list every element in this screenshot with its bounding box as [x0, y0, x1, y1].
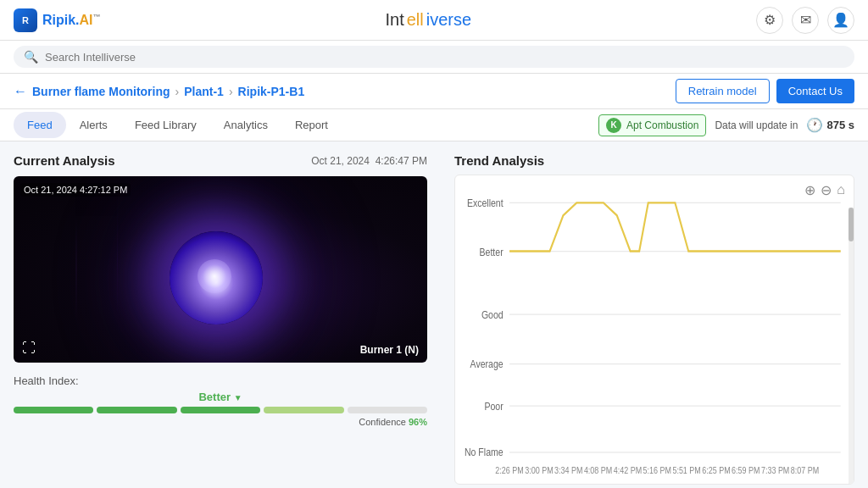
left-panel: Current Analysis Oct 21, 2024 4:26:47 PM… [0, 141, 441, 488]
tab-feed-library[interactable]: Feed Library [121, 112, 210, 138]
apt-k-icon: K [606, 118, 621, 133]
tab-analytics[interactable]: Analytics [210, 112, 281, 138]
tabs: Feed Alerts Feed Library Analytics Repor… [14, 112, 342, 138]
svg-text:Better: Better [480, 247, 504, 258]
center-logo-iverse: iverse [426, 10, 471, 30]
zoom-in-icon[interactable]: ⊕ [804, 182, 815, 198]
confidence-value: 96% [409, 417, 427, 427]
svg-text:8:07 PM: 8:07 PM [791, 465, 819, 475]
health-label: Health Index: [14, 374, 427, 387]
scrollbar-thumb[interactable] [849, 208, 854, 241]
current-analysis-datetime: Oct 21, 2024 4:26:47 PM [311, 155, 427, 167]
expand-icon[interactable]: ⛶ [22, 341, 36, 356]
svg-text:Average: Average [470, 359, 504, 370]
logo-icon: R [14, 8, 37, 32]
breadcrumb-bar: ← Burner flame Monitoring › Plant-1 › Ri… [0, 74, 868, 109]
breadcrumb-section: Burner flame Monitoring [32, 85, 170, 98]
apt-badge: K Apt Combustion [598, 114, 706, 136]
contact-us-button[interactable]: Contact Us [776, 79, 854, 103]
confidence-text: Confidence 96% [14, 417, 427, 427]
search-icon: 🔍 [24, 50, 38, 64]
back-arrow-icon[interactable]: ← [14, 84, 27, 99]
mail-icon: ✉ [800, 12, 811, 28]
health-bar-2 [97, 407, 176, 413]
tab-report[interactable]: Report [281, 112, 342, 138]
breadcrumb-plant: Plant-1 [184, 85, 224, 98]
right-panel: Trend Analysis ⊕ ⊖ ⌂ Excellent Better Go… [441, 141, 868, 488]
search-input[interactable] [45, 51, 844, 64]
svg-text:Good: Good [481, 309, 504, 320]
center-logo-int: Int [385, 10, 403, 30]
health-bar-5 [348, 407, 427, 413]
svg-text:6:25 PM: 6:25 PM [702, 465, 730, 475]
trend-svg: Excellent Better Good Average Poor No Fl… [460, 184, 845, 479]
svg-text:4:42 PM: 4:42 PM [614, 465, 642, 475]
svg-text:Poor: Poor [484, 401, 503, 412]
main-content: Current Analysis Oct 21, 2024 4:26:47 PM… [0, 141, 868, 488]
update-prefix: Data will update in [715, 119, 798, 131]
svg-text:2:26 PM: 2:26 PM [495, 465, 523, 475]
home-icon[interactable]: ⌂ [837, 182, 845, 198]
svg-text:3:34 PM: 3:34 PM [554, 465, 582, 475]
retrain-model-button[interactable]: Retrain model [676, 79, 770, 103]
user-icon-button[interactable]: 👤 [827, 7, 854, 34]
trend-title: Trend Analysis [454, 153, 854, 168]
center-logo: Intelliverse [385, 10, 471, 30]
health-bar-1 [14, 407, 93, 413]
health-section: Health Index: Better ▼ Confidence 96% [14, 374, 427, 427]
gear-icon: ⚙ [764, 12, 776, 28]
svg-text:5:16 PM: 5:16 PM [643, 465, 671, 475]
breadcrumb-sep-2: › [229, 85, 233, 98]
logo-text: Ripik.AI™ [42, 13, 101, 28]
clock-icon: 🕐 [806, 117, 823, 133]
breadcrumb: ← Burner flame Monitoring › Plant-1 › Ri… [14, 84, 304, 99]
svg-text:No Flame: No Flame [465, 446, 504, 458]
burner-label: Burner 1 (N) [360, 344, 419, 356]
header: R Ripik.AI™ Intelliverse ⚙ ✉ 👤 [0, 0, 868, 41]
search-bar: 🔍 [0, 41, 868, 74]
timer-value: 875 s [826, 119, 854, 131]
current-analysis-title: Current Analysis [14, 153, 114, 168]
tabs-right: K Apt Combustion Data will update in 🕐 8… [598, 114, 854, 136]
breadcrumb-sep-1: › [175, 85, 180, 98]
video-frame: Oct 21, 2024 4:27:12 PM ⛶ Burner 1 (N) [14, 176, 427, 363]
health-status: Better ▼ [14, 391, 427, 403]
health-bar-4 [264, 407, 343, 413]
svg-text:5:51 PM: 5:51 PM [672, 465, 700, 475]
tab-feed[interactable]: Feed [14, 112, 66, 138]
gear-icon-button[interactable]: ⚙ [756, 7, 783, 34]
current-analysis-header: Current Analysis Oct 21, 2024 4:26:47 PM [14, 153, 427, 168]
svg-text:6:59 PM: 6:59 PM [732, 465, 760, 475]
logo: R Ripik.AI™ [14, 8, 101, 32]
health-arrow: ▼ [234, 393, 242, 402]
trend-chart: ⊕ ⊖ ⌂ Excellent Better Good Average Poor… [454, 175, 854, 485]
header-icons: ⚙ ✉ 👤 [756, 7, 854, 34]
svg-text:Excellent: Excellent [467, 198, 504, 209]
center-logo-ell: ell [407, 10, 424, 30]
zoom-out-icon[interactable]: ⊖ [821, 182, 832, 198]
svg-text:3:00 PM: 3:00 PM [525, 465, 553, 475]
tabs-bar: Feed Alerts Feed Library Analytics Repor… [0, 109, 868, 141]
timer-wrap: 🕐 875 s [806, 117, 854, 133]
scrollbar-track[interactable] [849, 208, 854, 484]
apt-text: Apt Combustion [626, 119, 698, 131]
mail-icon-button[interactable]: ✉ [792, 7, 819, 34]
svg-text:7:33 PM: 7:33 PM [761, 465, 789, 475]
user-icon: 👤 [832, 12, 849, 28]
breadcrumb-actions: Retrain model Contact Us [676, 79, 854, 103]
health-bars [14, 407, 427, 413]
search-input-wrap: 🔍 [14, 46, 854, 68]
health-bar-3 [181, 407, 260, 413]
svg-text:4:08 PM: 4:08 PM [584, 465, 612, 475]
trend-controls: ⊕ ⊖ ⌂ [804, 182, 845, 198]
tab-alerts[interactable]: Alerts [66, 112, 121, 138]
breadcrumb-device: Ripik-P1-B1 [238, 85, 305, 98]
